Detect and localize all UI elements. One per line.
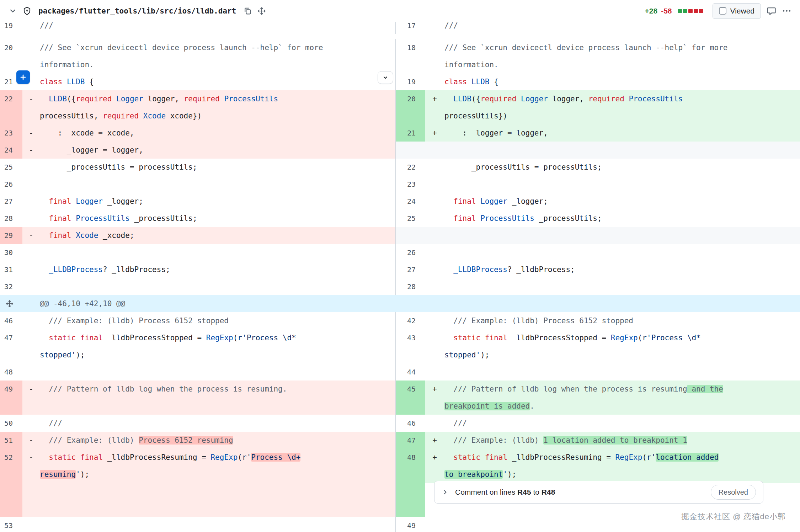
diff-cell-left: 30: [0, 244, 395, 261]
line-number[interactable]: 23: [396, 176, 425, 193]
line-number[interactable]: 27: [0, 193, 22, 210]
line-number[interactable]: 46: [0, 312, 22, 329]
copy-icon[interactable]: [243, 7, 252, 15]
diff-sign: -: [22, 124, 40, 142]
diff-row: 21class LLDB {19class LLDB {: [0, 73, 800, 90]
line-number[interactable]: 49: [396, 517, 425, 532]
code-line: breakpoint is added.: [444, 398, 797, 415]
diff-cell-left: 25 _processUtils = processUtils;: [0, 159, 395, 176]
kebab-menu-icon[interactable]: [782, 6, 791, 16]
line-number[interactable]: 28: [396, 278, 425, 295]
diff-sign: -: [22, 381, 40, 415]
code-line: [40, 363, 393, 381]
hunk-row[interactable]: @@ -46,10 +42,10 @@: [0, 295, 800, 312]
line-number[interactable]: 26: [396, 244, 425, 261]
line-number[interactable]: 19: [0, 22, 22, 34]
diff-cell-left: 48: [0, 363, 395, 381]
line-number[interactable]: 24: [396, 193, 425, 210]
diff-cell-right: [395, 227, 800, 244]
line-number[interactable]: 26: [0, 176, 22, 193]
code-line: static final _lldbProcessResuming = RegE…: [40, 449, 393, 466]
code-line: [40, 176, 393, 193]
line-number[interactable]: 42: [396, 312, 425, 329]
line-number[interactable]: 45: [396, 381, 425, 415]
diff-sign: -: [22, 90, 40, 124]
line-number[interactable]: 20: [396, 90, 425, 124]
code-line: /// Example: (lldb) 1 location added to …: [444, 432, 797, 449]
collapsed-thread-indicator[interactable]: [378, 71, 393, 84]
chevron-down-icon[interactable]: [9, 7, 17, 15]
code-line: _LLDBProcess? _lldbProcess;: [444, 261, 797, 278]
code-line: /// See `xcrun devicectl device process …: [40, 39, 393, 56]
diff-sign: -: [22, 432, 40, 449]
line-number[interactable]: 32: [0, 278, 22, 295]
line-number[interactable]: 22: [0, 90, 22, 124]
diff-cell-right: 23: [395, 176, 800, 193]
line-number[interactable]: 25: [0, 159, 22, 176]
code-line: stopped');: [444, 346, 797, 363]
line-number[interactable]: 44: [396, 363, 425, 381]
diff-cell-right: 44: [395, 363, 800, 381]
line-number[interactable]: 27: [396, 261, 425, 278]
line-number[interactable]: 25: [396, 210, 425, 227]
line-number[interactable]: 31: [0, 261, 22, 278]
diff-sign: [425, 22, 444, 34]
pr-file-diff: packages/flutter_tools/lib/src/ios/lldb.…: [0, 0, 800, 532]
code-line: /// Example: (lldb) Process 6152 stopped: [444, 312, 797, 329]
line-number[interactable]: 47: [0, 329, 22, 363]
code-line: ///: [40, 415, 393, 432]
line-number[interactable]: 20: [0, 39, 22, 73]
diff-cell-left: 29- final Xcode _xcode;: [0, 227, 395, 244]
move-icon[interactable]: [257, 7, 266, 15]
line-number[interactable]: 17: [396, 22, 425, 34]
code-line: _processUtils = processUtils;: [444, 159, 797, 176]
code-line: static final _lldbProcessStopped = RegEx…: [444, 329, 797, 346]
code-line: final ProcessUtils _processUtils;: [40, 210, 393, 227]
diff-sign: [425, 193, 444, 210]
line-number[interactable]: 46: [396, 415, 425, 432]
diff-sign: [425, 210, 444, 227]
diff-sign: +: [425, 124, 444, 142]
line-number[interactable]: 48: [0, 363, 22, 381]
code-line: class LLDB {: [444, 73, 797, 90]
line-number[interactable]: 18: [396, 39, 425, 73]
diff-cell-left: 28 final ProcessUtils _processUtils;: [0, 210, 395, 227]
comment-icon[interactable]: [767, 6, 776, 16]
line-number[interactable]: 19: [396, 73, 425, 90]
line-number[interactable]: 50: [0, 415, 22, 432]
line-number[interactable]: 23: [0, 124, 22, 142]
diff-row: 25 _processUtils = processUtils;22 _proc…: [0, 159, 800, 176]
code-line: /// Pattern of lldb log when the process…: [40, 381, 393, 398]
diff-row: 3026: [0, 244, 800, 261]
line-number[interactable]: 22: [396, 159, 425, 176]
line-number[interactable]: 24: [0, 142, 22, 159]
code-line: information.: [40, 56, 393, 73]
line-number[interactable]: 48: [396, 449, 425, 483]
diff-row: 52- static final _lldbProcessResuming = …: [0, 449, 800, 483]
diff-cell-left: [0, 483, 395, 517]
line-number[interactable]: 28: [0, 210, 22, 227]
diffstat-block: [699, 9, 703, 13]
comment-thread[interactable]: Comment on lines R45 to R48 Resolved: [434, 481, 763, 504]
line-number[interactable]: 52: [0, 449, 22, 483]
line-number[interactable]: 49: [0, 381, 22, 415]
line-number[interactable]: 29: [0, 227, 22, 244]
viewed-checkbox[interactable]: [719, 7, 726, 15]
code-line: final Xcode _xcode;: [40, 227, 393, 244]
line-number[interactable]: 53: [0, 517, 22, 532]
diff-sign: [425, 363, 444, 381]
line-number[interactable]: 51: [0, 432, 22, 449]
hunk-drag-icon[interactable]: [6, 300, 14, 309]
diffstat: [678, 9, 703, 13]
line-number[interactable]: 21: [396, 124, 425, 142]
diff-sign: [425, 39, 444, 73]
diff-row: 51- /// Example: (lldb) Process 6152 res…: [0, 432, 800, 449]
code-line: /// Example: (lldb) Process 6152 resumin…: [40, 432, 393, 449]
line-number[interactable]: 43: [396, 329, 425, 363]
line-number[interactable]: 30: [0, 244, 22, 261]
diff-sign: [425, 415, 444, 432]
viewed-button[interactable]: Viewed: [713, 3, 761, 19]
line-number[interactable]: 47: [396, 432, 425, 449]
diff-cell-right: 42 /// Example: (lldb) Process 6152 stop…: [395, 312, 800, 329]
add-comment-button[interactable]: [16, 70, 30, 84]
